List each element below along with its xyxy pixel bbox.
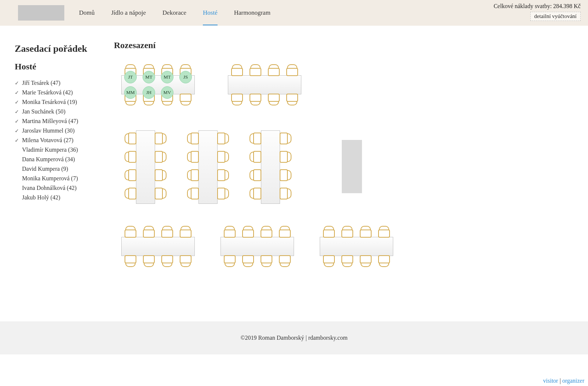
table[interactable] (261, 130, 280, 204)
seated-guest[interactable]: MM (124, 86, 137, 99)
chair[interactable] (268, 64, 280, 74)
chair[interactable] (231, 64, 243, 74)
guest-item[interactable]: David Kumpera (9) (15, 164, 107, 174)
seated-guest[interactable]: MT (161, 71, 173, 83)
chair[interactable] (268, 96, 280, 105)
chair[interactable] (242, 257, 254, 267)
chair[interactable] (282, 151, 291, 163)
seated-guest[interactable]: MT (143, 71, 155, 83)
chair[interactable] (157, 151, 166, 163)
chair[interactable] (125, 188, 134, 199)
chair[interactable] (143, 257, 155, 267)
table[interactable] (121, 237, 195, 256)
guest-item[interactable]: Jakub Holý (42) (15, 193, 107, 202)
chair[interactable] (250, 133, 259, 144)
chair[interactable] (219, 188, 229, 199)
guest-item[interactable]: ✓Milena Votavová (27) (15, 136, 107, 145)
guest-label: Jiří Tesárek (47) (22, 80, 60, 86)
chair[interactable] (187, 169, 197, 181)
seated-guest[interactable]: JS (179, 71, 192, 83)
nav-item-harmonogram[interactable]: Harmonogram (234, 0, 270, 25)
seated-guest[interactable]: JH (143, 86, 155, 99)
detail-link[interactable]: detailní vyúčtování (530, 12, 581, 21)
guest-item[interactable]: Monika Kumperová (7) (15, 174, 107, 183)
chair[interactable] (250, 169, 259, 181)
chair[interactable] (341, 226, 353, 235)
decor-placeholder[interactable] (342, 140, 362, 193)
chair[interactable] (125, 151, 134, 163)
chair[interactable] (282, 188, 291, 199)
guest-item[interactable]: ✓Jan Suchánek (50) (15, 107, 107, 116)
chair[interactable] (157, 169, 166, 181)
chair[interactable] (231, 96, 243, 105)
chair[interactable] (187, 188, 197, 199)
guest-label: Jakub Holý (42) (22, 194, 60, 201)
chair[interactable] (125, 226, 136, 235)
guest-item[interactable]: Dana Kumperová (34) (15, 155, 107, 164)
table[interactable] (220, 237, 294, 256)
seated-guest[interactable]: JT (124, 71, 137, 83)
table[interactable] (320, 237, 393, 256)
chair[interactable] (282, 133, 291, 144)
chair[interactable] (125, 169, 134, 181)
chair[interactable] (187, 133, 197, 144)
chair[interactable] (219, 169, 229, 181)
nav-item-domů[interactable]: Domů (79, 0, 95, 25)
chair[interactable] (180, 96, 191, 105)
chair[interactable] (360, 257, 372, 267)
chair[interactable] (286, 96, 298, 105)
chair[interactable] (250, 151, 259, 163)
chair[interactable] (224, 226, 236, 235)
chair[interactable] (219, 151, 229, 163)
chair[interactable] (180, 257, 191, 267)
nav-item-dekorace[interactable]: Dekorace (162, 0, 186, 25)
cost-summary: Celkové náklady svatby: 284.398 Kč detai… (494, 3, 581, 21)
chair[interactable] (161, 226, 173, 235)
header: DomůJídlo a nápojeDekoraceHostéHarmonogr… (0, 0, 588, 26)
chair[interactable] (378, 257, 390, 267)
chair[interactable] (242, 226, 254, 235)
chair[interactable] (360, 226, 372, 235)
table[interactable] (198, 130, 218, 204)
cost-value: 284.398 Kč (553, 3, 581, 9)
chair[interactable] (261, 257, 272, 267)
seated-guest[interactable]: MV (161, 86, 173, 99)
chair[interactable] (125, 133, 134, 144)
guest-label: Dana Kumperová (34) (22, 156, 75, 162)
chair[interactable] (180, 226, 191, 235)
guest-item[interactable]: Vladimír Kumpera (36) (15, 145, 107, 155)
guest-item[interactable]: ✓Jiří Tesárek (47) (15, 78, 107, 88)
chair[interactable] (279, 257, 291, 267)
chair[interactable] (323, 257, 335, 267)
chair[interactable] (279, 226, 291, 235)
guest-item[interactable]: ✓Martina Mišleyová (47) (15, 116, 107, 126)
check-icon: ✓ (15, 109, 19, 115)
table[interactable] (136, 130, 155, 204)
chair[interactable] (143, 226, 155, 235)
chair[interactable] (250, 188, 259, 199)
guest-item[interactable]: ✓Jaroslav Hummel (30) (15, 126, 107, 136)
chair[interactable] (125, 257, 136, 267)
guest-label: Jan Suchánek (50) (22, 108, 65, 115)
chair[interactable] (157, 188, 166, 199)
nav-item-jídlo-a-nápoje[interactable]: Jídlo a nápoje (111, 0, 146, 25)
chair[interactable] (157, 133, 166, 144)
chair[interactable] (261, 226, 272, 235)
chair[interactable] (323, 226, 335, 235)
floor-plan[interactable]: JTMTMTJSMMJHMV (114, 57, 500, 299)
chair[interactable] (219, 133, 229, 144)
chair[interactable] (378, 226, 390, 235)
chair[interactable] (161, 257, 173, 267)
chair[interactable] (286, 64, 298, 74)
guest-item[interactable]: ✓Marie Tesárková (42) (15, 88, 107, 97)
chair[interactable] (341, 257, 353, 267)
table[interactable] (228, 75, 301, 94)
chair[interactable] (250, 64, 261, 74)
chair[interactable] (187, 151, 197, 163)
guest-item[interactable]: ✓Monika Tesárková (19) (15, 97, 107, 107)
nav-item-hosté[interactable]: Hosté (203, 0, 218, 25)
chair[interactable] (282, 169, 291, 181)
guest-item[interactable]: Ivana Dohnálková (42) (15, 183, 107, 193)
chair[interactable] (250, 96, 261, 105)
chair[interactable] (224, 257, 236, 267)
